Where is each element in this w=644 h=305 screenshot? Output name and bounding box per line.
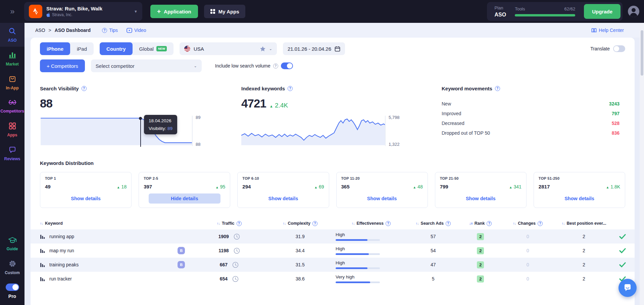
- chat-widget-button[interactable]: [618, 279, 637, 297]
- app-selector[interactable]: Strava: Run, Bike, Walk Strava, Inc. ▼: [24, 2, 142, 21]
- translate-toggle[interactable]: [613, 45, 625, 52]
- header-best-position[interactable]: ↑↓Best position ever...: [554, 221, 613, 226]
- table-row[interactable]: training peaks B 667 31.5 High 47 2 0: [31, 258, 635, 272]
- effectiveness-bar: [336, 253, 380, 255]
- sidebar-item-aso[interactable]: ASO: [0, 23, 24, 47]
- breadcrumb-separator: >: [49, 28, 51, 33]
- user-avatar[interactable]: [627, 5, 640, 18]
- card-delta: ▲ 341: [509, 184, 522, 189]
- info-icon[interactable]: [312, 221, 317, 226]
- video-link[interactable]: Video: [127, 28, 146, 33]
- details-button[interactable]: Show details: [341, 193, 423, 204]
- table-row[interactable]: run tracker B 654 38.6 Very high 5 2 0: [31, 272, 635, 286]
- info-icon[interactable]: [495, 86, 500, 91]
- table-row[interactable]: running app B 1909 31.9 High 57 2 0: [31, 229, 635, 244]
- info-icon[interactable]: [273, 63, 278, 69]
- details-button[interactable]: Show details: [45, 193, 127, 204]
- info-icon[interactable]: [446, 221, 451, 226]
- details-button[interactable]: Show details: [440, 193, 522, 204]
- sidebar-item-market[interactable]: Market: [0, 47, 24, 71]
- add-application-button[interactable]: + Application: [150, 5, 198, 18]
- header-rank[interactable]: ↓≡Rank: [460, 221, 501, 226]
- distribution-card: TOP 2-5 397 ▲ 95 Hide details: [139, 172, 230, 208]
- details-button[interactable]: Hide details: [149, 193, 220, 204]
- scope-option-global[interactable]: Global NEW: [133, 42, 174, 55]
- info-icon[interactable]: [82, 86, 87, 91]
- apple-icon: [46, 12, 50, 17]
- sidebar-item-apps[interactable]: Apps: [0, 118, 24, 141]
- glasses-icon: [8, 99, 17, 106]
- header-search-ads[interactable]: ↑↓Search Ads: [406, 221, 460, 226]
- details-button[interactable]: Show details: [242, 193, 324, 204]
- header-keyword[interactable]: ↑↓Keyword: [40, 221, 194, 226]
- movement-row: Improved 797: [442, 108, 620, 118]
- tools-usage: Tools 62/62: [515, 6, 575, 16]
- sidebar-item-custom[interactable]: Custom: [0, 255, 24, 279]
- up-arrow-icon: ▲: [314, 185, 317, 189]
- card-label: TOP 6-10: [242, 176, 324, 180]
- sidebar-expand-icon[interactable]: »: [0, 7, 24, 16]
- competitor-placeholder: Select competitor: [96, 63, 191, 69]
- check-cell: [613, 248, 631, 253]
- help-center-link[interactable]: Help Center: [591, 28, 624, 33]
- up-arrow-icon: ▲: [413, 185, 416, 189]
- table-row[interactable]: map my run B 1198 34.4 High 54 2 0: [31, 244, 635, 258]
- question-circle-icon: [102, 28, 107, 33]
- details-button[interactable]: Show details: [539, 193, 620, 204]
- distribution-card: TOP 11-20 365 ▲ 48 Show details: [336, 172, 428, 208]
- strava-app-icon: [29, 5, 42, 18]
- tips-link[interactable]: Tips: [102, 28, 118, 33]
- clock-icon[interactable]: [234, 233, 240, 240]
- country-select[interactable]: USA ⌄: [180, 42, 277, 55]
- scope-option-country[interactable]: Country: [100, 42, 133, 55]
- header-changes[interactable]: ↑↓Changes: [501, 221, 554, 226]
- low-volume-control: Include low search volume: [215, 62, 293, 69]
- my-apps-button[interactable]: My Apps: [204, 5, 245, 18]
- table-body: running app B 1909 31.9 High 57 2 0: [31, 229, 635, 286]
- sidebar-bottom-group: Guide Custom Pro: [0, 232, 24, 305]
- card-label: TOP 11-20: [341, 176, 423, 180]
- info-icon[interactable]: [487, 221, 492, 226]
- header-traffic[interactable]: ↑↓Traffic: [194, 221, 264, 226]
- low-volume-toggle[interactable]: [281, 62, 293, 69]
- upgrade-button[interactable]: Upgrade: [584, 4, 621, 19]
- keyword-cell: map my run B: [40, 247, 194, 254]
- info-icon[interactable]: [288, 86, 293, 91]
- up-arrow-icon: ▲: [606, 185, 609, 189]
- date-range-picker[interactable]: 21.01.26 - 20.04.26: [283, 42, 345, 55]
- effectiveness-bar: [336, 267, 380, 269]
- clock-icon[interactable]: [234, 248, 240, 254]
- device-option-ipad[interactable]: iPad: [70, 42, 94, 55]
- info-icon[interactable]: [538, 221, 543, 226]
- chart-marker-line: [140, 118, 141, 147]
- pro-toggle[interactable]: [6, 284, 19, 291]
- star-icon[interactable]: [260, 46, 266, 52]
- sidebar-item-guide[interactable]: Guide: [0, 232, 24, 255]
- plan-info: Plan ASO: [494, 5, 506, 18]
- grid-icon: [210, 9, 215, 14]
- clock-icon[interactable]: [232, 276, 239, 282]
- rank-badge: 2: [477, 233, 484, 240]
- info-icon[interactable]: [386, 221, 391, 226]
- header-effectiveness[interactable]: ↑↓Effectiveness: [336, 221, 406, 226]
- sidebar-item-label: Apps: [7, 133, 17, 137]
- sidebar-item-in-app[interactable]: In-App: [0, 71, 24, 94]
- scrollbar-track[interactable]: [640, 23, 644, 305]
- add-competitors-button[interactable]: + Competitors: [40, 59, 85, 72]
- sidebar-item-reviews[interactable]: Reviews: [0, 141, 24, 165]
- table-header-row: ↑↓Keyword ↑↓Traffic ↑↓Complexity ↑↓Effec…: [31, 217, 635, 229]
- up-arrow-icon: ▲: [269, 104, 273, 108]
- clock-icon[interactable]: [232, 262, 239, 268]
- scrollbar-thumb[interactable]: [641, 30, 643, 76]
- plus-icon: +: [157, 8, 161, 15]
- competitor-select[interactable]: Select competitor ⌄: [91, 59, 202, 72]
- effectiveness-cell: Very high: [336, 274, 406, 283]
- device-option-iphone[interactable]: iPhone: [40, 42, 70, 55]
- apps-grid-icon: [8, 122, 16, 130]
- sidebar-item-competitors[interactable]: Competitors: [0, 94, 24, 118]
- header-complexity[interactable]: ↑↓Complexity: [265, 221, 336, 226]
- breadcrumb-root[interactable]: ASO: [35, 28, 45, 33]
- tools-progress-bar: [515, 14, 575, 16]
- card-label: TOP 21-50: [440, 176, 522, 180]
- info-icon[interactable]: [237, 221, 242, 226]
